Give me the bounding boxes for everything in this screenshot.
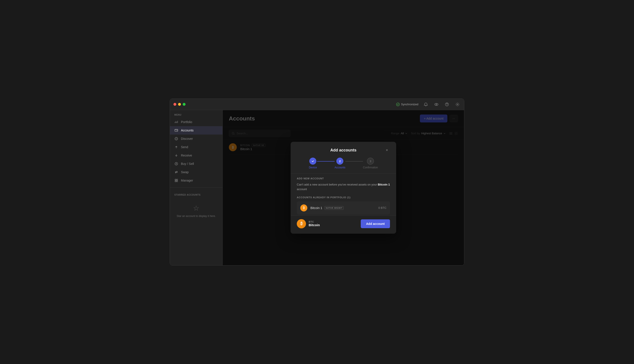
portfolio-section: ACCOUNTS ALREADY IN PORTFOLIO (1) ₿ Bitc… — [297, 196, 390, 214]
main-layout: MENU Portfolio Accounts — [170, 110, 464, 265]
starred-section: STARRED ACCOUNTS ☆ Star an account to di… — [170, 190, 222, 226]
portfolio-label: ACCOUNTS ALREADY IN PORTFOLIO (1) — [297, 196, 390, 199]
discover-icon — [174, 137, 178, 141]
maximize-button[interactable] — [183, 103, 186, 106]
step-circle-device — [309, 158, 316, 165]
portfolio-account-row: ₿ Bitcoin 1 NATIVE SEGWIT 0 BTC — [297, 201, 390, 214]
sidebar-item-send[interactable]: Send — [170, 143, 222, 151]
svg-point-1 — [434, 103, 438, 106]
step-device: Device — [309, 158, 317, 169]
modal-footer: ₿ BTC Bitcoin Add account — [290, 216, 396, 234]
sidebar-label-receive: Receive — [181, 154, 192, 157]
title-bar-right: Synchronized — [396, 101, 460, 108]
portfolio-account-badge: NATIVE SEGWIT — [324, 206, 344, 210]
sidebar-label-accounts: Accounts — [181, 128, 194, 132]
sidebar-label-manager: Manager — [181, 179, 193, 182]
close-button[interactable] — [174, 103, 176, 106]
modal-overlay: Add accounts × D — [223, 110, 464, 265]
step-label-confirmation: Confirmation — [363, 166, 378, 169]
svg-rect-11 — [176, 179, 178, 180]
modal-title: Add accounts — [303, 148, 384, 152]
sidebar-item-manager[interactable]: Manager — [170, 176, 222, 185]
step-connector-2 — [345, 161, 363, 162]
modal-body: ADD NEW ACCOUNT Can't add a new account … — [290, 177, 396, 214]
svg-rect-10 — [175, 179, 176, 180]
svg-point-5 — [457, 104, 458, 105]
svg-rect-7 — [177, 130, 178, 131]
star-empty-icon: ☆ — [193, 204, 200, 212]
help-icon[interactable] — [444, 101, 450, 108]
svg-point-2 — [436, 104, 437, 105]
settings-icon[interactable] — [454, 101, 460, 108]
footer-bitcoin-icon: ₿ — [297, 219, 306, 228]
add-new-description: Can't add a new account before you've re… — [297, 182, 390, 192]
svg-point-4 — [447, 105, 447, 106]
chart-icon — [174, 120, 178, 124]
modal-header: Add accounts × — [290, 142, 396, 153]
sync-icon — [396, 103, 400, 106]
svg-point-8 — [175, 138, 178, 140]
sidebar-item-accounts[interactable]: Accounts — [170, 126, 222, 134]
svg-rect-6 — [175, 129, 178, 132]
step-circle-accounts: 2 — [336, 158, 344, 165]
add-new-label: ADD NEW ACCOUNT — [297, 177, 390, 180]
sidebar-item-receive[interactable]: Receive — [170, 151, 222, 160]
title-bar: Synchronized — [170, 99, 464, 110]
swap-icon — [174, 170, 178, 174]
sidebar-item-portfolio[interactable]: Portfolio — [170, 118, 222, 126]
step-connector-1 — [317, 161, 334, 162]
sidebar-label-send: Send — [181, 145, 188, 149]
app-window: Synchronized — [170, 98, 464, 266]
sidebar-label-swap: Swap — [181, 170, 188, 174]
step-accounts: 2 Accounts — [334, 158, 345, 169]
portfolio-account-name: Bitcoin 1 — [310, 206, 322, 210]
starred-empty: ☆ Star an account to display it here. — [174, 200, 218, 222]
modal-close-button[interactable]: × — [384, 147, 390, 153]
sidebar-label-discover: Discover — [181, 137, 193, 140]
svg-point-3 — [446, 103, 449, 106]
portfolio-bitcoin-icon: ₿ — [300, 204, 307, 212]
starred-label: STARRED ACCOUNTS — [174, 194, 218, 196]
footer-add-account-button[interactable]: Add account — [361, 219, 390, 228]
sidebar-item-discover[interactable]: Discover — [170, 134, 222, 143]
sidebar-label-portfolio: Portfolio — [181, 120, 192, 124]
traffic-lights — [174, 103, 186, 106]
add-accounts-modal: Add accounts × D — [290, 142, 396, 234]
add-new-section: ADD NEW ACCOUNT Can't add a new account … — [297, 177, 390, 192]
menu-label: MENU — [170, 114, 222, 116]
receive-icon — [174, 154, 178, 158]
step-label-device: Device — [309, 166, 317, 169]
portfolio-account-info: Bitcoin 1 NATIVE SEGWIT — [310, 206, 375, 210]
sidebar-label-buysell: Buy / Sell — [181, 162, 194, 166]
wallet-icon — [174, 128, 178, 132]
footer-coin-ticker: BTC — [309, 220, 320, 223]
footer-coin-info: BTC Bitcoin — [309, 220, 320, 227]
visibility-icon[interactable] — [433, 101, 440, 108]
manager-icon — [174, 178, 178, 182]
footer-coin: ₿ BTC Bitcoin — [297, 219, 320, 228]
svg-rect-12 — [175, 181, 176, 182]
step-label-accounts: Accounts — [334, 166, 345, 169]
content-area: Accounts + Add account ··· Range — [223, 110, 464, 265]
starred-empty-text: Star an account to display it here. — [176, 214, 216, 218]
step-confirmation: 3 Confirmation — [363, 158, 378, 169]
sidebar-item-buysell[interactable]: Buy / Sell — [170, 160, 222, 168]
portfolio-balance: 0 BTC — [378, 206, 386, 210]
sync-label: Synchronized — [401, 103, 418, 106]
footer-coin-name: Bitcoin — [309, 223, 320, 227]
svg-rect-13 — [176, 181, 178, 182]
buysell-icon — [174, 162, 178, 166]
step-circle-confirmation: 3 — [367, 158, 374, 165]
sidebar-item-swap[interactable]: Swap — [170, 168, 222, 176]
sync-status: Synchronized — [396, 103, 418, 106]
send-icon — [174, 145, 178, 149]
sidebar: MENU Portfolio Accounts — [170, 110, 223, 265]
notifications-icon[interactable] — [423, 101, 429, 108]
minimize-button[interactable] — [178, 103, 181, 106]
stepper: Device 2 Accounts 3 — [290, 153, 396, 174]
